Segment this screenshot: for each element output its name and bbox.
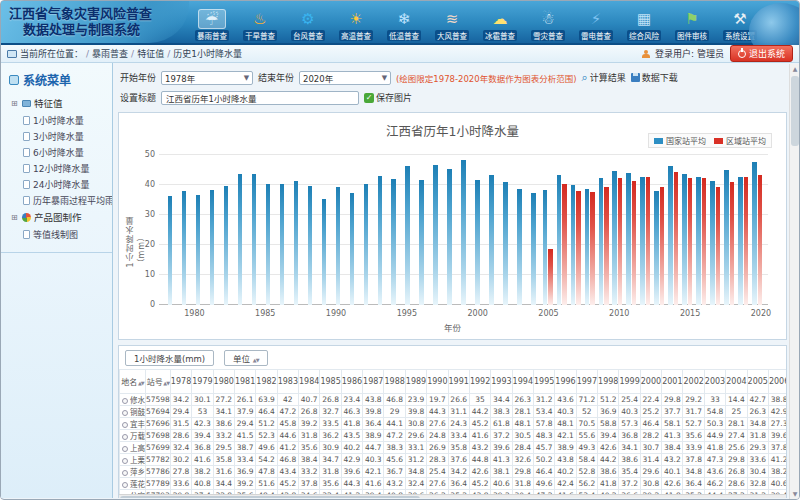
bar-national-1987[interactable]	[294, 181, 299, 305]
col-header-2006[interactable]: 2006	[768, 370, 787, 394]
col-header-1982[interactable]: 1982	[256, 370, 277, 394]
col-header-1998[interactable]: 1998	[598, 370, 619, 394]
col-header-1992[interactable]: 1992	[469, 370, 490, 394]
sidebar-item-6小时降水量[interactable]: 6小时降水量	[1, 144, 112, 160]
bar-national-2013[interactable]	[654, 191, 659, 305]
sidebar-item-1小时降水量[interactable]: 1小时降水量	[1, 112, 112, 128]
radio-icon[interactable]	[122, 422, 128, 428]
col-header-2000[interactable]: 2000	[640, 370, 661, 394]
radio-icon[interactable]	[122, 398, 128, 404]
bar-national-1981[interactable]	[210, 190, 215, 305]
sidebar-item-等值线制图[interactable]: 等值线制图	[1, 226, 112, 242]
bar-regional-2009[interactable]	[604, 187, 609, 305]
bar-national-1992[interactable]	[364, 184, 369, 305]
bar-national-1983[interactable]	[238, 174, 243, 305]
col-header-1999[interactable]: 1999	[619, 370, 640, 394]
table-row-上栗[interactable]: 上栗5778230.241.635.833.454.246.838.434.74…	[120, 454, 788, 466]
chart-title-input[interactable]	[161, 91, 359, 105]
radio-icon[interactable]	[122, 482, 128, 488]
bar-national-2007[interactable]	[571, 185, 576, 305]
bar-national-2010[interactable]	[612, 171, 617, 305]
col-header-1986[interactable]: 1986	[341, 370, 362, 394]
table-row-铜鼓[interactable]: 铜鼓5769429.45334.137.946.447.226.832.746.…	[120, 406, 788, 418]
bar-national-2000[interactable]	[475, 180, 480, 305]
col-header-1989[interactable]: 1989	[405, 370, 426, 394]
col-header-1985[interactable]: 1985	[320, 370, 341, 394]
table-row-宜丰[interactable]: 宜丰5769631.542.338.629.451.245.839.233.54…	[120, 418, 788, 430]
bar-national-2003[interactable]	[517, 189, 522, 305]
bar-national-2005[interactable]	[543, 190, 548, 305]
station-name-cell[interactable]: 铜鼓	[120, 406, 146, 418]
logout-button[interactable]: 退出系统	[730, 45, 793, 62]
bar-national-2019[interactable]	[738, 177, 743, 305]
bar-national-1980[interactable]	[196, 195, 201, 305]
horizontal-scrollbar[interactable]	[119, 494, 786, 498]
start-year-select[interactable]: 1978年 ▼	[161, 71, 253, 85]
col-header-1997[interactable]: 1997	[576, 370, 597, 394]
expander-icon[interactable]: ⊞	[11, 99, 19, 108]
bar-national-1995[interactable]	[405, 166, 410, 306]
station-name-cell[interactable]: 上栗	[120, 454, 146, 466]
col-header-1984[interactable]: 1984	[299, 370, 320, 394]
save-image-button[interactable]: ✓ 保存图片	[364, 91, 412, 104]
table-row-萍乡[interactable]: 萍乡5778627.838.231.636.947.843.433.231.83…	[120, 466, 788, 478]
col-header-2002[interactable]: 2002	[683, 370, 704, 394]
col-header-name[interactable]: 地名 ▲▼	[120, 370, 146, 394]
bar-regional-2010[interactable]	[618, 178, 623, 305]
toolbar-item-wind[interactable]: ≋大风普查	[429, 9, 475, 41]
col-header-1991[interactable]: 1991	[448, 370, 469, 394]
col-header-2001[interactable]: 2001	[662, 370, 683, 394]
end-year-select[interactable]: 2020年 ▼	[299, 71, 391, 85]
table-row-莲花[interactable]: 莲花5778933.640.834.439.251.645.237.835.64…	[120, 478, 788, 490]
toolbar-item-typhoon[interactable]: ⚙台风普查	[285, 9, 331, 41]
station-name-cell[interactable]: 上高	[120, 442, 146, 454]
bar-national-1999[interactable]	[461, 160, 466, 306]
horizontal-scrollbar-thumb[interactable]	[120, 496, 420, 498]
col-header-1980[interactable]: 1980	[213, 370, 234, 394]
breadcrumb-item[interactable]: 暴雨普查	[92, 49, 128, 59]
col-header-2003[interactable]: 2003	[704, 370, 725, 394]
radio-icon[interactable]	[122, 458, 128, 464]
sidebar-item-24小时降水量[interactable]: 24小时降水量	[1, 176, 112, 192]
toolbar-item-snow[interactable]: ☃雪灾普查	[525, 9, 571, 41]
col-header-1987[interactable]: 1987	[363, 370, 384, 394]
bar-regional-2015[interactable]	[688, 178, 693, 305]
radio-icon[interactable]	[122, 470, 128, 476]
breadcrumb-item[interactable]: 特征值	[137, 49, 164, 59]
table-row-修水[interactable]: 修水5759834.230.127.226.163.94240.726.823.…	[120, 394, 788, 406]
toolbar-item-high-temp[interactable]: ☀高温普查	[333, 9, 379, 41]
bar-national-2001[interactable]	[489, 175, 494, 305]
bar-regional-2012[interactable]	[646, 177, 651, 305]
table-row-上高[interactable]: 上高5769932.436.829.538.749.641.235.630.94…	[120, 442, 788, 454]
col-header-1995[interactable]: 1995	[533, 370, 554, 394]
bar-national-2016[interactable]	[696, 177, 701, 305]
col-header-1994[interactable]: 1994	[512, 370, 533, 394]
toolbar-item-hail[interactable]: ☁冰雹普查	[477, 9, 523, 41]
radio-icon[interactable]	[122, 434, 128, 440]
bar-national-2002[interactable]	[503, 182, 508, 305]
toolbar-item-drought[interactable]: ♨干旱普查	[237, 9, 283, 41]
col-header-1993[interactable]: 1993	[491, 370, 512, 394]
bar-regional-2020[interactable]	[758, 175, 763, 305]
bar-regional-2008[interactable]	[590, 192, 595, 305]
col-header-1996[interactable]: 1996	[555, 370, 576, 394]
radio-icon[interactable]	[122, 446, 128, 452]
sidebar-group-产品图制作[interactable]: ⊞产品图制作	[1, 208, 112, 226]
bar-national-1978[interactable]	[168, 196, 173, 306]
bar-national-1985[interactable]	[266, 184, 271, 306]
toolbar-item-low-temp[interactable]: ❄低温普查	[381, 9, 427, 41]
bar-national-2009[interactable]	[599, 178, 604, 305]
vertical-scrollbar[interactable]: ▲ ▼	[789, 64, 799, 499]
bar-regional-2018[interactable]	[730, 182, 735, 305]
table-row-万载[interactable]: 万载5769828.639.433.241.552.344.631.836.24…	[120, 430, 788, 442]
station-name-cell[interactable]: 宜丰	[120, 418, 146, 430]
bar-national-1997[interactable]	[433, 165, 438, 305]
bar-regional-2005[interactable]	[548, 249, 553, 305]
col-header-1981[interactable]: 1981	[234, 370, 255, 394]
bar-regional-2006[interactable]	[562, 184, 567, 305]
vertical-scrollbar-thumb[interactable]	[791, 76, 799, 146]
bar-national-1988[interactable]	[308, 186, 313, 305]
bar-national-1982[interactable]	[224, 186, 229, 305]
col-header-1988[interactable]: 1988	[384, 370, 405, 394]
bar-national-1993[interactable]	[378, 176, 383, 305]
